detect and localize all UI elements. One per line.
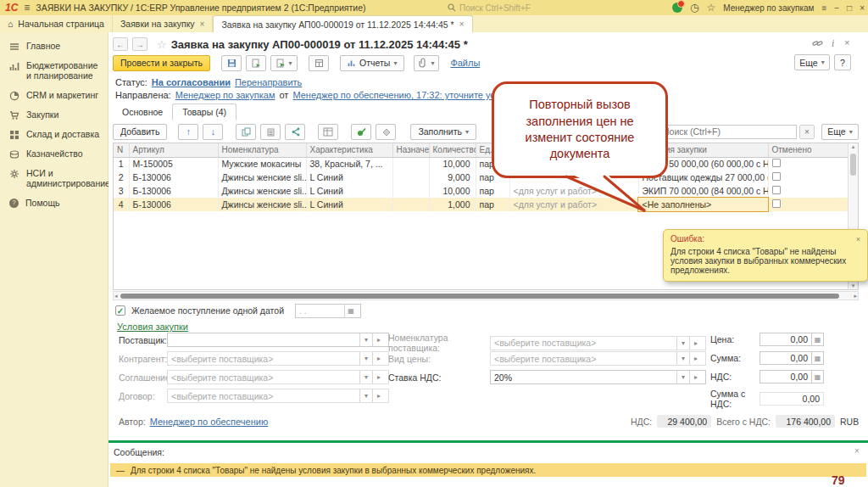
counterparty-input[interactable]: <выберите поставщика> ▾ ▸ (167, 351, 389, 366)
col-nomenclature[interactable]: Номенклатура (218, 143, 306, 157)
back-button[interactable]: ← (113, 37, 128, 51)
sum-input[interactable]: 0,00 (760, 351, 812, 365)
close-icon[interactable]: × (200, 20, 205, 29)
sidebar-item-purchases[interactable]: Закупки (0, 105, 108, 125)
col-n[interactable]: N (114, 143, 129, 157)
col-article[interactable]: Артикул (129, 143, 218, 157)
col-quantity[interactable]: Количество (429, 143, 476, 157)
vat-rate-input[interactable]: 20% ▾ ▸ (490, 370, 706, 384)
table-search-input[interactable] (659, 125, 797, 139)
share-button[interactable] (285, 124, 305, 140)
price-type-input[interactable]: <выберите поставщика> ▾ ▸ (490, 351, 706, 366)
info-icon[interactable]: i (832, 37, 834, 50)
chevron-down-icon[interactable]: ▾ (359, 371, 372, 383)
table-more-button[interactable]: Еще ▾ (821, 124, 859, 140)
tab-main-section[interactable]: Основное (113, 104, 172, 120)
accounting-button[interactable] (309, 55, 329, 71)
calendar-icon[interactable]: ▦ (344, 305, 357, 317)
scroll-up-icon[interactable]: ▴ (849, 143, 858, 150)
message-item[interactable]: — Для строки 4 списка "Товары" не найден… (110, 463, 866, 477)
scroll-down-icon[interactable]: ▾ (849, 283, 858, 289)
sidebar-item-treasury[interactable]: Казначейство (0, 144, 108, 164)
chevron-down-icon[interactable]: ▾ (359, 333, 372, 346)
settings-icon[interactable]: ≡ (821, 3, 826, 13)
minimize-button[interactable]: − (834, 3, 839, 13)
tab-request-list[interactable]: Заявки на закупку × (113, 15, 213, 32)
redirect-link[interactable]: Перенаправить (235, 77, 302, 87)
desired-date-input[interactable]: . . ▦ (295, 304, 361, 318)
col-characteristic[interactable]: Характеристика (306, 143, 392, 157)
tab-goods-section[interactable]: Товары (4) (172, 104, 236, 120)
col-purpose[interactable]: Назначение (392, 143, 429, 157)
vat-input[interactable]: 0,00 (760, 370, 812, 383)
purchase-conditions-link[interactable]: Условия закупки (117, 322, 188, 332)
desired-date-checkbox[interactable]: ✓ (115, 305, 125, 316)
horizontal-scrollbar[interactable]: ◂ ▸ (113, 291, 859, 300)
cancelled-checkbox[interactable] (772, 159, 781, 167)
favorites-icon[interactable]: ☆ (707, 2, 716, 14)
close-messages-icon[interactable]: × (854, 446, 860, 456)
forward-button[interactable]: → (132, 37, 147, 51)
open-icon[interactable]: ▸ (689, 337, 702, 350)
delete-row-button[interactable] (260, 124, 281, 140)
close-document-icon[interactable]: × (844, 37, 849, 48)
tab-request-doc[interactable]: Заявка на закупку АП00-000019 от 11.12.2… (213, 15, 472, 32)
global-search[interactable]: Поиск Ctrl+Shift+F (448, 2, 531, 14)
cancelled-checkbox[interactable] (772, 199, 781, 208)
sidebar-item-help[interactable]: ? Помощь (0, 193, 108, 212)
main-menu-icon[interactable]: ≡ (24, 2, 30, 14)
clear-search-icon[interactable]: × (799, 125, 815, 139)
open-icon[interactable]: ▸ (372, 352, 385, 365)
scroll-left-icon[interactable]: ◂ (114, 292, 118, 300)
supplier-nomenclature-input[interactable]: <выберите поставщика> ▾ ▸ (490, 336, 706, 350)
reports-button[interactable]: Отчеты ▾ (340, 55, 404, 71)
vertical-scroll-thumb[interactable] (850, 154, 856, 176)
scroll-right-icon[interactable]: ▸ (854, 292, 857, 300)
add-row-button[interactable]: Добавить (113, 124, 167, 140)
sidebar-item-budgeting[interactable]: Бюджетирование и планирование (0, 56, 108, 86)
close-window-button[interactable]: × (860, 3, 865, 13)
calculator-icon[interactable]: ▦ (812, 370, 824, 383)
save-button[interactable] (221, 55, 242, 71)
favorite-star-icon[interactable]: ☆ (157, 38, 167, 51)
close-icon[interactable]: × (459, 20, 465, 29)
tab-home[interactable]: ⌂ Начальная страница (0, 15, 113, 32)
post-button[interactable] (246, 55, 266, 71)
contract-input[interactable]: <выберите поставщика> ▾ ▸ (167, 389, 389, 403)
sidebar-item-crm[interactable]: CRM и маркетинг (0, 86, 108, 105)
chevron-down-icon[interactable]: ▾ (359, 352, 372, 365)
chevron-down-icon[interactable]: ▾ (676, 371, 689, 383)
maximize-button[interactable]: □ (847, 3, 852, 13)
notifications-icon[interactable] (672, 3, 682, 13)
calculator-icon[interactable]: ▦ (812, 333, 824, 346)
help-button[interactable]: ? (834, 54, 851, 70)
discounts-button[interactable] (376, 124, 396, 140)
sidebar-item-main[interactable]: Главное (0, 36, 108, 56)
col-cancelled[interactable]: Отменено (768, 143, 849, 157)
sidebar-item-warehouse[interactable]: Склад и доставка (0, 125, 108, 144)
post-and-close-button[interactable]: Провести и закрыть (113, 55, 210, 71)
chevron-down-icon[interactable]: ▾ (676, 337, 689, 350)
chevron-down-icon[interactable]: ▾ (359, 389, 372, 402)
close-icon[interactable]: × (856, 235, 860, 244)
copy-row-button[interactable] (236, 124, 256, 140)
open-icon[interactable]: ▸ (372, 371, 385, 383)
agreement-input[interactable]: <выберите поставщика> ▾ ▸ (167, 370, 389, 384)
status-link[interactable]: На согласовании (152, 77, 231, 87)
author-link[interactable]: Менеджер по обеспечению (150, 417, 269, 427)
cancelled-checkbox[interactable] (772, 186, 781, 194)
current-user[interactable]: Менеджер по закупкам (723, 3, 814, 13)
calculator-icon[interactable]: ▦ (812, 351, 824, 365)
open-icon[interactable]: ▸ (372, 333, 385, 346)
move-up-button[interactable]: ↑ (178, 124, 198, 140)
chevron-down-icon[interactable]: ▾ (676, 352, 689, 365)
more-button[interactable]: Еще ▾ (794, 54, 830, 70)
move-down-button[interactable]: ↓ (203, 124, 223, 140)
files-link[interactable]: Файлы (450, 58, 480, 68)
open-icon[interactable]: ▸ (372, 389, 385, 402)
sidebar-item-admin[interactable]: НСИ и администрирование (0, 164, 108, 193)
select-columns-button[interactable] (318, 124, 338, 140)
supplier-input[interactable]: ▾ ▸ (167, 333, 389, 347)
get-link-icon[interactable] (812, 38, 823, 50)
fill-button[interactable]: Заполнить ▾ (410, 124, 476, 140)
